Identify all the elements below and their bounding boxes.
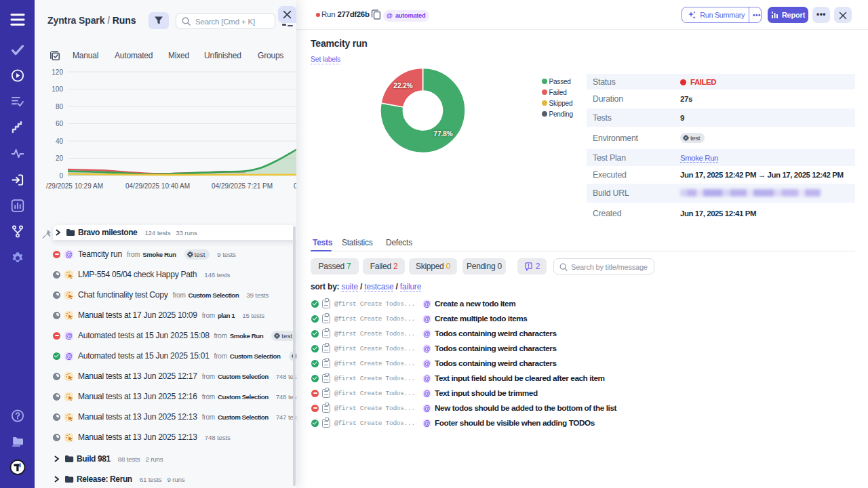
svg-text:0: 0 <box>59 172 63 180</box>
svg-text:100: 100 <box>52 85 63 93</box>
svg-text:04/29/2025 7:21 PM: 04/29/2025 7:21 PM <box>212 182 273 190</box>
svg-text:60: 60 <box>56 120 64 127</box>
svg-text:0: 0 <box>294 182 296 190</box>
svg-text:120: 120 <box>52 68 63 76</box>
svg-text:40: 40 <box>56 138 64 145</box>
svg-text:20: 20 <box>56 155 64 162</box>
svg-text:80: 80 <box>56 103 64 110</box>
svg-text:04/29/2025 10:40 AM: 04/29/2025 10:40 AM <box>125 182 190 190</box>
svg-text:/29/2025 10:29 AM: /29/2025 10:29 AM <box>46 182 103 190</box>
